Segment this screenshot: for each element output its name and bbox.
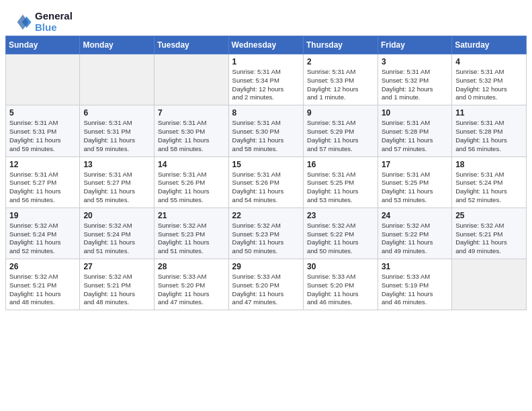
day-cell: 3Sunrise: 5:31 AM Sunset: 5:32 PM Daylig… [378, 54, 451, 105]
logo-icon [13, 13, 32, 32]
weekday-header-sunday: Sunday [6, 36, 80, 54]
day-cell: 1Sunrise: 5:31 AM Sunset: 5:34 PM Daylig… [228, 54, 303, 105]
day-number: 22 [232, 211, 300, 220]
day-number: 2 [307, 57, 374, 66]
day-info: Sunrise: 5:32 AM Sunset: 5:24 PM Dayligh… [83, 222, 150, 256]
day-info: Sunrise: 5:31 AM Sunset: 5:27 PM Dayligh… [83, 171, 150, 205]
day-cell [452, 259, 527, 310]
day-number: 19 [9, 211, 76, 220]
day-number: 26 [9, 262, 76, 271]
day-cell: 13Sunrise: 5:31 AM Sunset: 5:27 PM Dayli… [80, 156, 154, 208]
day-cell [6, 54, 80, 105]
day-cell: 10Sunrise: 5:31 AM Sunset: 5:28 PM Dayli… [378, 105, 451, 156]
day-number: 9 [307, 108, 374, 118]
day-cell: 6Sunrise: 5:31 AM Sunset: 5:31 PM Daylig… [80, 105, 154, 156]
day-info: Sunrise: 5:31 AM Sunset: 5:32 PM Dayligh… [382, 68, 448, 102]
calendar-table: SundayMondayTuesdayWednesdayThursdayFrid… [5, 36, 527, 310]
day-number: 24 [382, 211, 448, 220]
day-cell: 22Sunrise: 5:32 AM Sunset: 5:23 PM Dayli… [228, 208, 303, 259]
week-row-1: 1Sunrise: 5:31 AM Sunset: 5:34 PM Daylig… [6, 54, 527, 105]
day-number: 31 [382, 262, 448, 271]
logo: General Blue [13, 11, 73, 33]
day-info: Sunrise: 5:32 AM Sunset: 5:22 PM Dayligh… [307, 222, 374, 256]
day-cell: 28Sunrise: 5:33 AM Sunset: 5:20 PM Dayli… [154, 259, 228, 310]
day-number: 8 [232, 108, 300, 118]
day-info: Sunrise: 5:31 AM Sunset: 5:24 PM Dayligh… [455, 171, 523, 205]
day-info: Sunrise: 5:31 AM Sunset: 5:30 PM Dayligh… [158, 119, 225, 153]
day-info: Sunrise: 5:31 AM Sunset: 5:28 PM Dayligh… [455, 119, 523, 153]
day-number: 30 [307, 262, 374, 271]
day-info: Sunrise: 5:31 AM Sunset: 5:28 PM Dayligh… [382, 119, 448, 153]
day-info: Sunrise: 5:31 AM Sunset: 5:26 PM Dayligh… [232, 171, 300, 205]
weekday-header-friday: Friday [378, 36, 451, 54]
day-cell: 7Sunrise: 5:31 AM Sunset: 5:30 PM Daylig… [154, 105, 228, 156]
day-info: Sunrise: 5:32 AM Sunset: 5:23 PM Dayligh… [232, 222, 300, 256]
calendar-container: SundayMondayTuesdayWednesdayThursdayFrid… [0, 36, 532, 316]
day-cell: 14Sunrise: 5:31 AM Sunset: 5:26 PM Dayli… [154, 156, 228, 208]
page-header: General Blue [0, 0, 532, 36]
day-cell: 25Sunrise: 5:32 AM Sunset: 5:21 PM Dayli… [452, 208, 527, 259]
day-cell: 23Sunrise: 5:32 AM Sunset: 5:22 PM Dayli… [304, 208, 378, 259]
day-info: Sunrise: 5:33 AM Sunset: 5:20 PM Dayligh… [307, 273, 374, 307]
day-cell: 31Sunrise: 5:33 AM Sunset: 5:19 PM Dayli… [378, 259, 451, 310]
day-number: 29 [232, 262, 300, 271]
day-cell: 20Sunrise: 5:32 AM Sunset: 5:24 PM Dayli… [80, 208, 154, 259]
day-number: 10 [382, 108, 448, 118]
day-number: 23 [307, 211, 374, 220]
weekday-row: SundayMondayTuesdayWednesdayThursdayFrid… [6, 36, 527, 54]
day-number: 3 [382, 57, 448, 66]
day-number: 20 [83, 211, 150, 220]
day-number: 4 [455, 57, 523, 66]
day-info: Sunrise: 5:31 AM Sunset: 5:32 PM Dayligh… [455, 68, 523, 102]
day-cell: 30Sunrise: 5:33 AM Sunset: 5:20 PM Dayli… [304, 259, 378, 310]
day-number: 17 [382, 160, 448, 169]
day-cell: 29Sunrise: 5:33 AM Sunset: 5:20 PM Dayli… [228, 259, 303, 310]
day-info: Sunrise: 5:31 AM Sunset: 5:34 PM Dayligh… [232, 68, 300, 102]
day-info: Sunrise: 5:31 AM Sunset: 5:33 PM Dayligh… [307, 68, 374, 102]
day-cell: 21Sunrise: 5:32 AM Sunset: 5:23 PM Dayli… [154, 208, 228, 259]
day-info: Sunrise: 5:32 AM Sunset: 5:21 PM Dayligh… [455, 222, 523, 256]
week-row-5: 26Sunrise: 5:32 AM Sunset: 5:21 PM Dayli… [6, 259, 527, 310]
day-number: 18 [455, 160, 523, 169]
day-info: Sunrise: 5:31 AM Sunset: 5:25 PM Dayligh… [382, 171, 448, 205]
day-cell: 11Sunrise: 5:31 AM Sunset: 5:28 PM Dayli… [452, 105, 527, 156]
day-info: Sunrise: 5:31 AM Sunset: 5:31 PM Dayligh… [83, 119, 150, 153]
day-cell: 5Sunrise: 5:31 AM Sunset: 5:31 PM Daylig… [6, 105, 80, 156]
calendar-header: SundayMondayTuesdayWednesdayThursdayFrid… [6, 36, 527, 54]
weekday-header-thursday: Thursday [304, 36, 378, 54]
week-row-4: 19Sunrise: 5:32 AM Sunset: 5:24 PM Dayli… [6, 208, 527, 259]
day-number: 21 [158, 211, 225, 220]
day-cell: 8Sunrise: 5:31 AM Sunset: 5:30 PM Daylig… [228, 105, 303, 156]
day-number: 13 [83, 160, 150, 169]
day-cell: 17Sunrise: 5:31 AM Sunset: 5:25 PM Dayli… [378, 156, 451, 208]
weekday-header-tuesday: Tuesday [154, 36, 228, 54]
day-number: 28 [158, 262, 225, 271]
day-info: Sunrise: 5:31 AM Sunset: 5:31 PM Dayligh… [9, 119, 76, 153]
day-info: Sunrise: 5:32 AM Sunset: 5:24 PM Dayligh… [9, 222, 76, 256]
weekday-header-wednesday: Wednesday [228, 36, 303, 54]
day-number: 27 [83, 262, 150, 271]
week-row-2: 5Sunrise: 5:31 AM Sunset: 5:31 PM Daylig… [6, 105, 527, 156]
day-cell: 18Sunrise: 5:31 AM Sunset: 5:24 PM Dayli… [452, 156, 527, 208]
day-info: Sunrise: 5:33 AM Sunset: 5:19 PM Dayligh… [382, 273, 448, 307]
logo-text-line1: General [35, 11, 73, 22]
day-info: Sunrise: 5:33 AM Sunset: 5:20 PM Dayligh… [232, 273, 300, 307]
day-cell: 26Sunrise: 5:32 AM Sunset: 5:21 PM Dayli… [6, 259, 80, 310]
day-cell: 27Sunrise: 5:32 AM Sunset: 5:21 PM Dayli… [80, 259, 154, 310]
day-number: 7 [158, 108, 225, 118]
day-info: Sunrise: 5:31 AM Sunset: 5:30 PM Dayligh… [232, 119, 300, 153]
day-info: Sunrise: 5:31 AM Sunset: 5:29 PM Dayligh… [307, 119, 374, 153]
day-cell: 24Sunrise: 5:32 AM Sunset: 5:22 PM Dayli… [378, 208, 451, 259]
day-number: 12 [9, 160, 76, 169]
day-cell [154, 54, 228, 105]
day-info: Sunrise: 5:33 AM Sunset: 5:20 PM Dayligh… [158, 273, 225, 307]
day-number: 16 [307, 160, 374, 169]
calendar-body: 1Sunrise: 5:31 AM Sunset: 5:34 PM Daylig… [6, 54, 527, 310]
day-info: Sunrise: 5:31 AM Sunset: 5:26 PM Dayligh… [158, 171, 225, 205]
day-cell [80, 54, 154, 105]
day-cell: 15Sunrise: 5:31 AM Sunset: 5:26 PM Dayli… [228, 156, 303, 208]
week-row-3: 12Sunrise: 5:31 AM Sunset: 5:27 PM Dayli… [6, 156, 527, 208]
day-number: 25 [455, 211, 523, 220]
weekday-header-saturday: Saturday [452, 36, 527, 54]
logo-text-line2: Blue [35, 22, 73, 34]
